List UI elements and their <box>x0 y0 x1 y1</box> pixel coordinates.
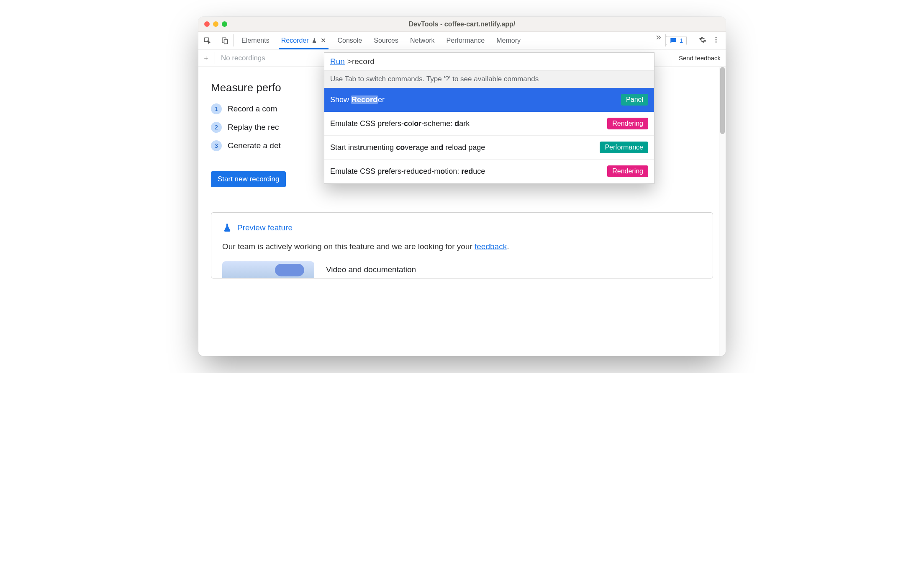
tab-label: Performance <box>447 37 485 44</box>
tab-console[interactable]: Console <box>338 32 362 49</box>
tab-recorder[interactable]: Recorder✕ <box>281 32 326 49</box>
toolbar-right: 1 <box>666 32 726 49</box>
tab-label: Network <box>410 37 435 44</box>
command-item-label: Start instrumenting coverage and reload … <box>330 143 595 152</box>
new-recording-icon[interactable] <box>203 52 215 64</box>
panel-tabs: ElementsRecorder✕ConsoleSourcesNetworkPe… <box>234 32 656 49</box>
scrollbar[interactable] <box>719 67 726 356</box>
command-item[interactable]: Emulate CSS prefers-reduced-motion: redu… <box>324 160 654 183</box>
command-hint: Use Tab to switch commands. Type '?' to … <box>324 71 654 88</box>
preview-description: Our team is actively working on this fea… <box>222 242 702 251</box>
message-icon <box>670 37 677 44</box>
close-tab-icon[interactable]: ✕ <box>321 36 326 44</box>
command-item[interactable]: Start instrumenting coverage and reload … <box>324 136 654 160</box>
command-item-label: Emulate CSS prefers-color-scheme: dark <box>330 119 603 128</box>
tab-label: Sources <box>374 37 398 44</box>
preview-title: Preview feature <box>237 223 293 232</box>
preview-text-after: . <box>507 242 509 251</box>
preview-text-before: Our team is actively working on this fea… <box>222 242 475 251</box>
preview-heading: Preview feature <box>222 223 702 233</box>
flask-icon <box>222 223 232 233</box>
more-options-icon[interactable] <box>712 36 720 45</box>
traffic-lights <box>204 21 227 27</box>
svg-point-5 <box>716 41 717 42</box>
command-run-label: Run <box>330 57 345 66</box>
settings-icon[interactable] <box>699 36 706 45</box>
tab-sources[interactable]: Sources <box>374 32 398 49</box>
tab-elements[interactable]: Elements <box>241 32 270 49</box>
command-item[interactable]: Emulate CSS prefers-color-scheme: darkRe… <box>324 112 654 136</box>
more-tabs-icon[interactable]: » <box>656 32 661 49</box>
step-number: 3 <box>211 140 222 151</box>
tab-performance[interactable]: Performance <box>447 32 485 49</box>
step-number: 1 <box>211 103 222 114</box>
svg-rect-2 <box>224 39 227 44</box>
close-window-button[interactable] <box>204 21 210 27</box>
command-item-badge: Rendering <box>607 118 648 129</box>
step-text: Record a com <box>228 104 277 113</box>
scrollbar-thumb[interactable] <box>720 67 725 134</box>
command-menu: Run >record Use Tab to switch commands. … <box>324 52 654 184</box>
video-thumbnail[interactable] <box>222 261 314 278</box>
command-item-label: Emulate CSS prefers-reduced-motion: redu… <box>330 167 603 176</box>
device-toolbar-icon[interactable] <box>216 32 234 49</box>
command-query: >record <box>347 57 375 66</box>
step-text: Replay the rec <box>228 123 279 132</box>
media-row: Video and documentation <box>222 261 702 278</box>
fullscreen-window-button[interactable] <box>222 21 227 27</box>
tab-label: Memory <box>496 37 521 44</box>
command-input-row[interactable]: Run >record <box>324 53 654 71</box>
start-recording-button[interactable]: Start new recording <box>211 171 286 187</box>
feedback-link[interactable]: feedback <box>475 242 507 251</box>
window-title: DevTools - coffee-cart.netlify.app/ <box>198 21 726 28</box>
svg-point-4 <box>716 39 717 40</box>
tab-label: Console <box>338 37 362 44</box>
tab-network[interactable]: Network <box>410 32 435 49</box>
tab-label: Recorder <box>281 37 309 44</box>
messages-badge[interactable]: 1 <box>666 36 687 45</box>
step-text: Generate a det <box>228 141 281 150</box>
inspect-element-icon[interactable] <box>198 32 216 49</box>
send-feedback-link[interactable]: Send feedback <box>679 54 721 62</box>
svg-point-3 <box>716 37 717 38</box>
command-item-badge: Performance <box>600 142 648 153</box>
tab-label: Elements <box>241 37 270 44</box>
command-item-badge: Panel <box>621 94 648 106</box>
recordings-empty-label: No recordings <box>221 54 265 62</box>
command-item[interactable]: Show RecorderPanel <box>324 88 654 112</box>
command-item-label: Show Recorder <box>330 95 617 104</box>
preview-feature-card: Preview feature Our team is actively wor… <box>211 212 713 278</box>
titlebar: DevTools - coffee-cart.netlify.app/ <box>198 17 726 32</box>
media-title: Video and documentation <box>326 265 416 274</box>
messages-count: 1 <box>680 37 683 44</box>
main-toolbar: ElementsRecorder✕ConsoleSourcesNetworkPe… <box>198 32 726 49</box>
minimize-window-button[interactable] <box>213 21 218 27</box>
devtools-window: DevTools - coffee-cart.netlify.app/ Elem… <box>198 17 726 356</box>
command-item-badge: Rendering <box>607 165 648 177</box>
step-number: 2 <box>211 122 222 133</box>
flask-icon <box>311 38 317 44</box>
tab-memory[interactable]: Memory <box>496 32 521 49</box>
